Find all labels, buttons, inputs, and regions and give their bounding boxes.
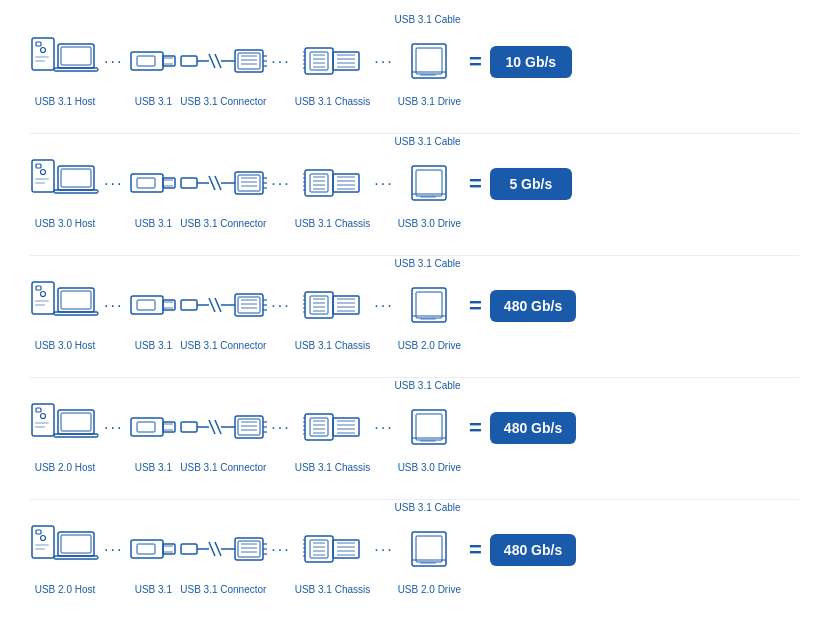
svg-rect-138 [32, 404, 54, 436]
drive-component-5: USB 2.0 Drive [398, 522, 461, 595]
svg-rect-193 [163, 544, 175, 554]
svg-rect-56 [137, 178, 155, 188]
connector-label-2: USB 3.1 Connector [180, 218, 266, 229]
drive-icon-4 [408, 400, 450, 455]
drive-component-2: USB 3.0 Drive [398, 156, 461, 229]
svg-rect-47 [36, 164, 41, 168]
drive-component-3: USB 2.0 Drive [398, 278, 461, 351]
drive-label-4: USB 3.0 Drive [398, 462, 461, 473]
svg-rect-19 [238, 53, 260, 69]
cable-label-4: USB 3.1 Cable [395, 380, 461, 391]
drive-icon-5 [408, 522, 450, 577]
connector-icon-2 [179, 156, 267, 211]
svg-point-94 [41, 292, 46, 297]
usb-label-4: USB 3.1 [135, 462, 172, 473]
connector-component-2: USB 3.1 Connector [179, 156, 267, 229]
svg-rect-181 [416, 414, 442, 440]
component-row-2: USB 3.0 Host ··· USB 3.1 [30, 156, 799, 229]
connector-label-5: USB 3.1 Connector [180, 584, 266, 595]
host-label-3: USB 3.0 Host [35, 340, 96, 351]
svg-rect-1 [36, 42, 41, 46]
svg-line-154 [215, 420, 221, 434]
connector-icon-4 [179, 400, 267, 455]
component-row-5: USB 2.0 Host ··· USB 3.1 [30, 522, 799, 595]
svg-line-153 [209, 420, 215, 434]
svg-rect-229 [420, 562, 436, 564]
connector-label-4: USB 3.1 Connector [180, 462, 266, 473]
svg-rect-43 [416, 48, 442, 74]
speed-badge-1: 10 Gb/s [490, 46, 572, 78]
host-icon-4 [30, 400, 100, 455]
svg-rect-96 [35, 304, 45, 306]
svg-rect-100 [131, 296, 163, 314]
svg-rect-4 [35, 60, 45, 62]
usb-label-2: USB 3.1 [135, 218, 172, 229]
svg-rect-134 [412, 288, 446, 322]
equals-sign-5: = [469, 537, 482, 563]
row-wrapper-3: USB 3.1 Cable USB 3.0 Host ··· [30, 264, 799, 378]
svg-rect-137 [420, 318, 436, 320]
equals-sign-1: = [469, 49, 482, 75]
svg-rect-135 [416, 292, 442, 318]
dots-separator: ··· [370, 541, 397, 559]
svg-rect-192 [131, 540, 163, 558]
usb-icon-1 [127, 34, 179, 89]
chassis-label-1: USB 3.1 Chassis [295, 96, 371, 107]
host-component-1: USB 3.1 Host [30, 34, 100, 107]
svg-rect-51 [58, 166, 94, 190]
svg-rect-142 [35, 426, 45, 428]
svg-rect-89 [416, 170, 442, 196]
chassis-icon-5 [303, 522, 361, 577]
chassis-component-5: USB 3.1 Chassis [295, 522, 371, 595]
dots-separator: ··· [370, 419, 397, 437]
usb-icon-2 [127, 156, 179, 211]
svg-line-61 [209, 176, 215, 190]
host-component-3: USB 3.0 Host [30, 278, 100, 351]
component-row-1: USB 3.1 Host ··· USB 3.1 [30, 34, 799, 107]
svg-rect-7 [54, 68, 98, 71]
host-icon-3 [30, 278, 100, 333]
svg-rect-50 [35, 182, 45, 184]
cable-label-3: USB 3.1 Cable [395, 258, 461, 269]
drive-label-3: USB 2.0 Drive [398, 340, 461, 351]
svg-rect-42 [412, 44, 446, 78]
svg-rect-147 [163, 422, 175, 432]
usb-icon-4 [127, 400, 179, 455]
svg-rect-185 [36, 530, 41, 534]
svg-rect-102 [137, 300, 155, 310]
svg-rect-227 [416, 536, 442, 562]
host-component-4: USB 2.0 Host [30, 400, 100, 473]
host-icon-1 [30, 34, 100, 89]
component-row-4: USB 2.0 Host ··· USB 3.1 [30, 400, 799, 473]
dots-separator: ··· [100, 297, 127, 315]
svg-rect-226 [412, 532, 446, 566]
usb-icon-5 [127, 522, 179, 577]
svg-rect-203 [238, 541, 260, 557]
chassis-label-3: USB 3.1 Chassis [295, 340, 371, 351]
host-label-1: USB 3.1 Host [35, 96, 96, 107]
chassis-label-5: USB 3.1 Chassis [295, 584, 371, 595]
connector-component-1: USB 3.1 Connector [179, 34, 267, 107]
host-label-2: USB 3.0 Host [35, 218, 96, 229]
svg-rect-92 [32, 282, 54, 314]
svg-rect-8 [131, 52, 163, 70]
svg-rect-143 [58, 410, 94, 434]
drive-icon-1 [408, 34, 450, 89]
dots-separator: ··· [267, 541, 294, 559]
svg-rect-139 [36, 408, 41, 412]
connector-label-1: USB 3.1 Connector [180, 96, 266, 107]
connector-icon-5 [179, 522, 267, 577]
drive-icon-3 [408, 278, 450, 333]
svg-rect-93 [36, 286, 41, 290]
speed-badge-4: 480 Gb/s [490, 412, 576, 444]
chassis-icon-2 [303, 156, 361, 211]
svg-rect-145 [54, 434, 98, 437]
drive-component-1: USB 3.1 Drive [398, 34, 461, 107]
dots-separator: ··· [100, 419, 127, 437]
svg-rect-3 [35, 56, 49, 58]
connector-label-3: USB 3.1 Connector [180, 340, 266, 351]
chassis-icon-4 [303, 400, 361, 455]
svg-rect-99 [54, 312, 98, 315]
svg-rect-97 [58, 288, 94, 312]
speed-badge-3: 480 Gb/s [490, 290, 576, 322]
